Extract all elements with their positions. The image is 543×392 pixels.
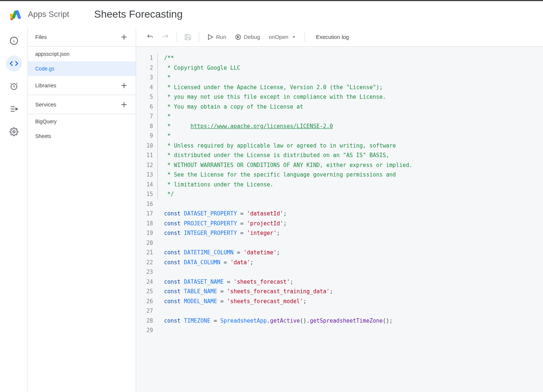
code-line[interactable] xyxy=(157,306,543,316)
code-line[interactable]: const PROJECT_PROPERTY = 'projectId'; xyxy=(157,219,543,229)
chevron-down-icon xyxy=(291,35,296,40)
undo-button[interactable] xyxy=(143,30,157,44)
code-line[interactable]: const TABLE_NAME = 'sheets_forecast_trai… xyxy=(157,287,543,297)
services-list: BigQuerySheets xyxy=(28,114,136,144)
project-title[interactable]: Sheets Forecasting xyxy=(94,8,183,20)
svg-marker-21 xyxy=(237,36,239,38)
app-name: Apps Script xyxy=(28,10,69,19)
code-line[interactable]: * WITHOUT WARRANTIES OR CONDITIONS OF AN… xyxy=(157,160,543,170)
execution-log-button[interactable]: Execution log xyxy=(316,34,349,40)
line-number: 5 xyxy=(136,92,153,102)
code-line[interactable]: */ xyxy=(157,189,543,199)
debug-button[interactable]: Debug xyxy=(232,30,263,44)
plus-icon xyxy=(120,100,128,109)
fold-guide xyxy=(157,92,158,102)
fold-guide xyxy=(157,63,158,73)
line-number: 16 xyxy=(136,199,153,209)
code-line[interactable]: * See the License for the specific langu… xyxy=(157,170,543,180)
code-line[interactable]: const DATA_COLUMN = 'data'; xyxy=(157,258,543,268)
line-number: 22 xyxy=(136,258,153,268)
line-number: 13 xyxy=(136,170,153,180)
line-number: 8 xyxy=(136,121,153,131)
run-button[interactable]: Run xyxy=(204,30,229,44)
code-line[interactable] xyxy=(157,267,543,277)
fold-guide xyxy=(157,141,158,151)
fold-guide xyxy=(157,160,158,170)
code-editor[interactable]: 1234567891011121314151617181920212223242… xyxy=(136,47,543,392)
service-item[interactable]: BigQuery xyxy=(28,114,136,129)
line-number: 28 xyxy=(136,316,153,326)
code-line[interactable]: const DATASET_NAME = 'sheets_forecast'; xyxy=(157,277,543,287)
editor-area: Run Debug onOpen Execution log 123456789… xyxy=(136,28,543,392)
code-line[interactable]: /** xyxy=(157,53,543,63)
code-line[interactable]: const DATASET_PROPERTY = 'datasetId'; xyxy=(157,209,543,219)
nav-settings[interactable] xyxy=(6,124,22,140)
line-number: 27 xyxy=(136,306,153,316)
fold-guide xyxy=(157,180,158,190)
line-number: 15 xyxy=(136,189,153,199)
code-line[interactable]: const INTEGER_PROPERTY = 'integer'; xyxy=(157,228,543,238)
line-number: 12 xyxy=(136,160,153,170)
code-line[interactable]: const TIMEZONE = SpreadsheetApp.getActiv… xyxy=(157,316,543,326)
add-service-button[interactable] xyxy=(120,100,128,109)
code-line[interactable]: const DATETIME_COLUMN = 'datetime'; xyxy=(157,248,543,258)
nav-executions[interactable] xyxy=(6,101,22,117)
logo-group[interactable]: Apps Script xyxy=(9,7,69,22)
play-icon xyxy=(207,33,214,41)
line-number: 7 xyxy=(136,112,153,121)
file-item[interactable]: appsscript.json xyxy=(28,47,136,61)
code-line[interactable]: * limitations under the License. xyxy=(157,180,543,190)
line-number: 3 xyxy=(136,73,153,83)
code-line[interactable]: * you may not use this file except in co… xyxy=(157,92,543,102)
code-line[interactable]: const MODEL_NAME = 'sheets_forecast_mode… xyxy=(157,297,543,306)
code-line[interactable]: * xyxy=(157,131,543,141)
run-label: Run xyxy=(216,34,226,40)
line-number: 11 xyxy=(136,150,153,160)
code-line[interactable]: * Copyright Google LLC xyxy=(157,63,543,73)
code-line[interactable]: * https://www.apache.org/licenses/LICENS… xyxy=(157,121,543,131)
redo-icon xyxy=(162,33,169,41)
services-header: Services xyxy=(28,95,136,114)
line-number: 2 xyxy=(136,63,153,73)
undo-icon xyxy=(146,33,154,41)
nav-triggers[interactable] xyxy=(6,78,22,94)
libraries-header: Libraries xyxy=(28,76,136,95)
line-number: 9 xyxy=(136,131,153,141)
line-number: 29 xyxy=(136,326,153,335)
line-number: 10 xyxy=(136,141,153,151)
add-library-button[interactable] xyxy=(120,81,128,90)
toolbar-divider xyxy=(199,33,199,41)
plus-icon xyxy=(120,33,128,41)
code-line[interactable]: * xyxy=(157,112,543,121)
editor-toolbar: Run Debug onOpen Execution log xyxy=(136,28,543,47)
svg-marker-19 xyxy=(208,35,213,39)
file-item[interactable]: Code.gs xyxy=(28,61,136,76)
nav-editor[interactable] xyxy=(6,55,22,72)
line-number: 23 xyxy=(136,267,153,277)
nav-overview[interactable] xyxy=(6,33,22,49)
save-button[interactable] xyxy=(181,30,194,44)
redo-button[interactable] xyxy=(159,30,172,44)
fold-guide xyxy=(157,102,158,112)
function-select[interactable]: onOpen xyxy=(265,30,300,44)
code-line[interactable]: * Unless required by applicable law or a… xyxy=(157,141,543,151)
line-gutter: 1234567891011121314151617181920212223242… xyxy=(136,53,157,392)
add-file-button[interactable] xyxy=(120,33,128,41)
fold-guide xyxy=(157,189,158,199)
service-item[interactable]: Sheets xyxy=(28,129,136,144)
fold-guide xyxy=(157,121,158,131)
code-line[interactable] xyxy=(157,199,543,209)
code-line[interactable] xyxy=(157,238,543,248)
code-lines[interactable]: /** * Copyright Google LLC * * Licensed … xyxy=(157,53,543,392)
code-line[interactable]: * xyxy=(157,73,543,83)
code-line[interactable]: * distributed under the License is distr… xyxy=(157,150,543,160)
code-line[interactable]: * Licensed under the Apache License, Ver… xyxy=(157,83,543,92)
code-line[interactable]: * You may obtain a copy of the License a… xyxy=(157,102,543,112)
plus-icon xyxy=(120,81,128,90)
line-number: 19 xyxy=(136,228,153,238)
debug-label: Debug xyxy=(244,34,260,40)
services-label: Services xyxy=(35,101,57,108)
code-line[interactable] xyxy=(157,326,543,335)
debug-icon xyxy=(234,33,242,41)
nav-rail xyxy=(0,28,28,392)
